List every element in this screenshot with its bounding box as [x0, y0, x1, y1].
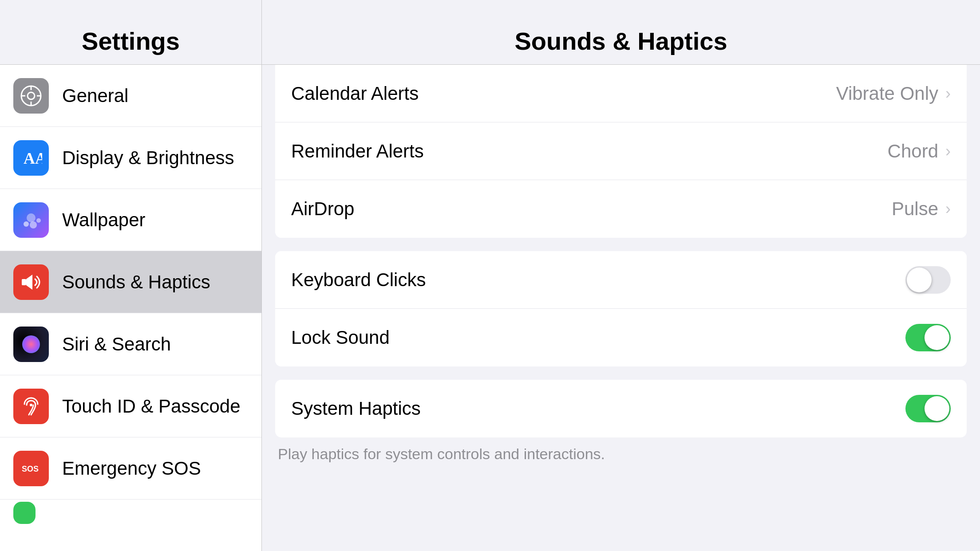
reminder-alerts-label: Reminder Alerts — [291, 141, 424, 162]
settings-header: Settings — [0, 0, 261, 65]
haptics-note: Play haptics for system controls and int… — [262, 437, 980, 473]
svg-point-1 — [28, 92, 35, 99]
svg-point-9 — [30, 221, 37, 228]
display-label: Display & Brightness — [62, 147, 234, 169]
sos-icon: SOS — [13, 451, 49, 486]
reminder-chevron-icon: › — [945, 142, 951, 161]
keyboard-clicks-row: Keyboard Clicks — [275, 251, 967, 309]
sidebar-item-display[interactable]: AA Display & Brightness — [0, 127, 261, 189]
keyboard-clicks-knob — [907, 268, 932, 292]
sidebar-item-siri[interactable]: Siri & Search — [0, 313, 261, 375]
reminder-alerts-row[interactable]: Reminder Alerts Chord › — [275, 122, 967, 180]
general-label: General — [62, 85, 128, 106]
airdrop-row[interactable]: AirDrop Pulse › — [275, 180, 967, 238]
calendar-chevron-icon: › — [945, 84, 951, 103]
touchid-label: Touch ID & Passcode — [62, 396, 241, 417]
svg-rect-11 — [22, 279, 26, 285]
siri-label: Siri & Search — [62, 334, 171, 355]
detail-header: Sounds & Haptics — [262, 0, 980, 65]
keyboard-clicks-toggle[interactable] — [905, 266, 951, 294]
detail-content: Calendar Alerts Vibrate Only › Reminder … — [262, 65, 980, 551]
sounds-icon — [13, 264, 49, 300]
detail-title: Sounds & Haptics — [280, 27, 962, 55]
svg-point-8 — [24, 221, 29, 227]
sidebar-item-touchid[interactable]: Touch ID & Passcode — [0, 375, 261, 437]
wallpaper-label: Wallpaper — [62, 209, 146, 231]
svg-point-12 — [30, 404, 32, 406]
general-icon — [13, 78, 49, 114]
sidebar-item-general[interactable]: General — [0, 65, 261, 127]
sidebar-item-sounds[interactable]: Sounds & Haptics — [0, 251, 261, 313]
lock-sound-knob — [925, 325, 949, 350]
sidebar-item-wallpaper[interactable]: Wallpaper — [0, 189, 261, 251]
reminder-alerts-value: Chord › — [888, 141, 951, 162]
system-haptics-toggle[interactable] — [905, 395, 951, 422]
svg-point-7 — [27, 213, 36, 222]
sidebar-item-more[interactable] — [0, 500, 261, 526]
calendar-alerts-value: Vibrate Only › — [836, 83, 951, 104]
sos-label: Emergency SOS — [62, 458, 201, 479]
airdrop-label: AirDrop — [291, 198, 354, 220]
siri-icon — [13, 327, 49, 362]
settings-list: General AA Display & Brightness Wallpa — [0, 65, 261, 551]
system-haptics-label: System Haptics — [291, 398, 421, 419]
sounds-label: Sounds & Haptics — [62, 272, 210, 293]
settings-panel: Settings General AA — [0, 0, 262, 551]
more-icon — [13, 502, 36, 524]
display-icon: AA — [13, 140, 49, 176]
keyboard-clicks-label: Keyboard Clicks — [291, 269, 426, 291]
lock-sound-row: Lock Sound — [275, 309, 967, 366]
detail-panel: Sounds & Haptics Calendar Alerts Vibrate… — [262, 0, 980, 551]
settings-title: Settings — [18, 27, 244, 55]
toggles-section: Keyboard Clicks Lock Sound — [275, 251, 967, 366]
alerts-section: Calendar Alerts Vibrate Only › Reminder … — [275, 65, 967, 238]
wallpaper-icon — [13, 202, 49, 238]
touchid-icon — [13, 389, 49, 424]
lock-sound-label: Lock Sound — [291, 327, 390, 348]
calendar-alerts-row[interactable]: Calendar Alerts Vibrate Only › — [275, 65, 967, 122]
lock-sound-toggle[interactable] — [905, 324, 951, 351]
sidebar-item-sos[interactable]: SOS Emergency SOS — [0, 437, 261, 500]
haptics-section: System Haptics — [275, 380, 967, 437]
system-haptics-row: System Haptics — [275, 380, 967, 437]
svg-text:SOS: SOS — [22, 464, 39, 473]
airdrop-value: Pulse › — [892, 198, 951, 220]
system-haptics-knob — [925, 396, 949, 421]
calendar-alerts-label: Calendar Alerts — [291, 83, 419, 104]
airdrop-chevron-icon: › — [945, 200, 951, 218]
svg-point-10 — [36, 218, 41, 223]
svg-text:AA: AA — [24, 150, 42, 167]
